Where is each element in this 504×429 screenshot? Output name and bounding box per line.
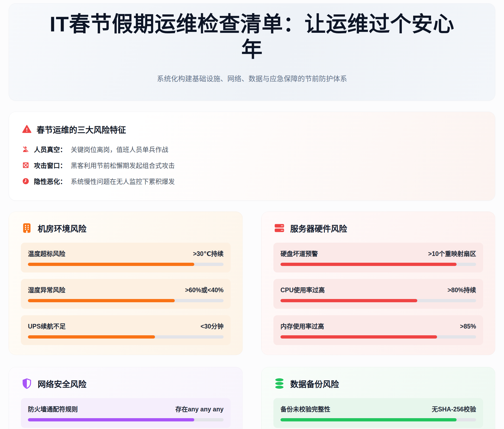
database-icon bbox=[273, 378, 285, 389]
overview-item-label: 人员真空： bbox=[34, 144, 66, 154]
progress-fill bbox=[280, 418, 457, 421]
risk-row-label: 内存使用率过高 bbox=[280, 321, 324, 330]
card-header: 机房环境风险 bbox=[21, 222, 231, 234]
overview-item-attack-window: 攻击窗口： 黑客利用节前松懈期发起组合式攻击 bbox=[22, 160, 482, 170]
overview-title-row: 春节运维的三大风险特征 bbox=[22, 123, 482, 135]
progress-track bbox=[28, 263, 224, 266]
overview-item-desc: 关键岗位离岗，值班人员单兵作战 bbox=[71, 144, 168, 154]
risk-row-value: 存在any any any bbox=[175, 404, 224, 413]
risk-overview-card: 春节运维的三大风险特征 人员真空： 关键岗位离岗，值班人员单兵作战 bbox=[9, 112, 495, 201]
progress-track bbox=[280, 418, 476, 421]
progress-fill bbox=[280, 299, 417, 302]
progress-fill bbox=[280, 263, 457, 266]
risk-row-label: 备份未校验完整性 bbox=[280, 404, 330, 413]
progress-fill bbox=[28, 418, 194, 421]
risk-row: 硬盘坏道预警 >10个重映射扇区 bbox=[273, 243, 483, 272]
risk-row-value: 无SHA-256校验 bbox=[432, 404, 476, 413]
risk-row: 内存使用率过高 >85% bbox=[273, 315, 483, 345]
risk-row-value: >30℃持续 bbox=[193, 249, 224, 258]
card-header: 服务器硬件风险 bbox=[273, 222, 483, 234]
clock-icon bbox=[22, 177, 30, 185]
risk-row-value: >80%持续 bbox=[448, 285, 476, 294]
risk-row: CPU使用率过高 >80%持续 bbox=[273, 279, 483, 309]
user-slash-icon bbox=[22, 145, 30, 153]
risk-row: 温度超标风险 >30℃持续 bbox=[21, 243, 231, 272]
progress-track bbox=[280, 263, 476, 266]
hero-card: IT春节假期运维检查清单：让运维过个安心年 系统化构建基础设施、网络、数据与应急… bbox=[9, 3, 495, 101]
attack-window-icon bbox=[22, 161, 30, 169]
risk-row-label: 温度超标风险 bbox=[28, 249, 65, 258]
overview-item-hidden-degradation: 隐性恶化： 系统慢性问题在无人监控下累积爆发 bbox=[22, 176, 482, 186]
overview-title: 春节运维的三大风险特征 bbox=[37, 123, 126, 135]
risk-row-value: >60%或<40% bbox=[185, 285, 224, 294]
progress-fill bbox=[28, 335, 155, 339]
risk-row-value: >10个重映射扇区 bbox=[428, 249, 476, 258]
overview-item-desc: 黑客利用节前松懈期发起组合式攻击 bbox=[71, 160, 175, 170]
building-icon bbox=[21, 222, 33, 234]
card-header: 网络安全风险 bbox=[21, 378, 231, 389]
card-title: 数据备份风险 bbox=[290, 378, 339, 389]
risk-row-label: 湿度异常风险 bbox=[28, 285, 65, 294]
progress-track bbox=[28, 335, 224, 339]
page-title: IT春节假期运维检查清单：让运维过个安心年 bbox=[41, 12, 463, 62]
page: IT春节假期运维检查清单：让运维过个安心年 系统化构建基础设施、网络、数据与应急… bbox=[0, 0, 504, 429]
risk-row: UPS续航不足 <30分钟 bbox=[21, 315, 231, 345]
overview-item-label: 攻击窗口： bbox=[34, 160, 66, 170]
page-subtitle: 系统化构建基础设施、网络、数据与应急保障的节前防护体系 bbox=[22, 73, 482, 83]
progress-track bbox=[28, 418, 224, 421]
server-icon bbox=[273, 222, 285, 234]
risk-cards-grid: 机房环境风险 温度超标风险 >30℃持续 湿度异常风险 >60%或<40% bbox=[9, 212, 495, 429]
risk-row-value: >85% bbox=[460, 323, 476, 330]
risk-row: 备份未校验完整性 无SHA-256校验 bbox=[273, 398, 483, 428]
risk-row-label: 硬盘坏道预警 bbox=[280, 249, 318, 258]
risk-row: 防火墙通配符规则 存在any any any bbox=[21, 398, 231, 428]
risk-row-label: CPU使用率过高 bbox=[280, 285, 325, 294]
risk-row-label: UPS续航不足 bbox=[28, 321, 66, 330]
overview-item-label: 隐性恶化： bbox=[34, 176, 66, 186]
progress-fill bbox=[280, 335, 437, 339]
card-header: 数据备份风险 bbox=[273, 378, 483, 389]
risk-row-value: <30分钟 bbox=[201, 321, 224, 330]
risk-card-network-security: 网络安全风险 防火墙通配符规则 存在any any any VPN未启用2FA … bbox=[9, 367, 243, 429]
overview-item-desc: 系统慢性问题在无人监控下累积爆发 bbox=[71, 176, 175, 186]
progress-fill bbox=[28, 299, 175, 302]
risk-row-label: 防火墙通配符规则 bbox=[28, 404, 78, 413]
card-title: 服务器硬件风险 bbox=[290, 222, 347, 234]
progress-track bbox=[28, 299, 224, 302]
card-title: 网络安全风险 bbox=[38, 378, 86, 389]
risk-card-datacenter-environment: 机房环境风险 温度超标风险 >30℃持续 湿度异常风险 >60%或<40% bbox=[9, 212, 243, 355]
progress-fill bbox=[28, 263, 194, 266]
progress-track bbox=[280, 335, 476, 339]
risk-card-data-backup: 数据备份风险 备份未校验完整性 无SHA-256校验 未执行恢复演练 从未测试恢… bbox=[261, 367, 495, 429]
overview-item-personnel: 人员真空： 关键岗位离岗，值班人员单兵作战 bbox=[22, 144, 482, 154]
shield-icon bbox=[21, 378, 33, 389]
card-title: 机房环境风险 bbox=[38, 222, 86, 234]
risk-row: 湿度异常风险 >60%或<40% bbox=[21, 279, 231, 309]
risk-card-server-hardware: 服务器硬件风险 硬盘坏道预警 >10个重映射扇区 CPU使用率过高 >80%持续 bbox=[261, 212, 495, 355]
warning-triangle-icon bbox=[22, 124, 32, 134]
progress-track bbox=[280, 299, 476, 302]
